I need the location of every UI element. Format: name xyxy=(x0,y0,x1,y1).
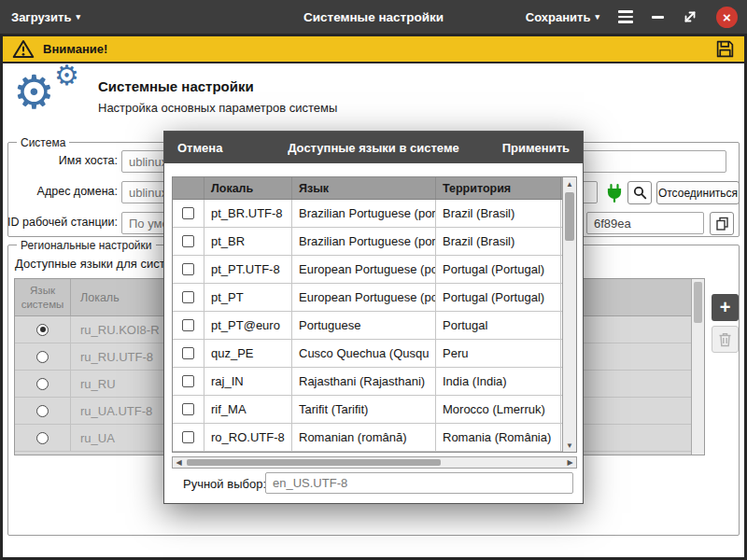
locale-checkbox[interactable] xyxy=(182,291,194,303)
territory-cell: Morocco (Lmerruk) xyxy=(436,396,561,423)
territory-cell: Portugal xyxy=(436,312,561,339)
locale-checkbox[interactable] xyxy=(182,319,194,331)
territory-cell: Romania (România) xyxy=(436,424,561,451)
domain-label: Адрес домена: xyxy=(6,185,118,198)
territory-cell: Brazil (Brasil) xyxy=(436,200,561,227)
locale-checkbox[interactable] xyxy=(182,263,194,275)
locale-cell: pt_BR xyxy=(204,228,292,255)
available-languages-dialog: Отмена Доступные языки в системе Примени… xyxy=(163,131,584,504)
system-language-radio[interactable] xyxy=(36,324,49,336)
workstation-id-label: ID рабочей станции: xyxy=(6,216,118,229)
apply-button[interactable]: Применить xyxy=(502,132,570,163)
delete-language-button[interactable] xyxy=(712,326,739,353)
modal-table-row[interactable]: pt_PT@euroPortuguesePortugal xyxy=(173,312,576,340)
gear-icon: ⚙ xyxy=(13,69,55,116)
disconnect-button[interactable]: Отсоединиться xyxy=(656,181,740,204)
scroll-up-arrow-icon[interactable]: ▲ xyxy=(563,177,576,190)
page-title: Системные настройки xyxy=(98,78,254,94)
chevron-down-icon: ▾ xyxy=(595,13,599,21)
vertical-scrollbar[interactable]: ▲ ▼ xyxy=(562,177,576,452)
locale-checkbox[interactable] xyxy=(182,235,194,247)
warning-text: Внимание! xyxy=(43,42,107,56)
scroll-down-arrow-icon[interactable]: ▼ xyxy=(563,439,576,452)
system-language-radio[interactable] xyxy=(36,405,49,417)
locale-checkbox[interactable] xyxy=(182,207,194,219)
radio-cell xyxy=(15,425,71,451)
checkbox-cell xyxy=(173,424,204,451)
locale-cell: raj_IN xyxy=(204,368,292,395)
copy-icon xyxy=(715,217,729,231)
language-cell: Cusco Quechua (Qusqu xyxy=(292,340,436,367)
languages-table-header: Локаль Язык Территория xyxy=(173,177,576,200)
regional-group-legend: Региональные настройки xyxy=(17,239,156,252)
add-language-button[interactable]: + xyxy=(712,294,739,321)
save-file-button[interactable] xyxy=(715,39,735,59)
column-header-checkbox xyxy=(173,177,204,199)
connection-plug-icon xyxy=(603,182,626,204)
language-cell: Rajasthani (Rajasthani) xyxy=(292,368,436,395)
copy-button[interactable] xyxy=(710,212,734,235)
scroll-right-arrow-icon[interactable]: ▶ xyxy=(564,457,576,468)
checkbox-cell xyxy=(173,340,204,367)
locale-checkbox[interactable] xyxy=(182,431,194,443)
system-language-radio[interactable] xyxy=(36,432,49,444)
locale-cell: rif_MA xyxy=(204,396,292,423)
modal-table-row[interactable]: quz_PECusco Quechua (QusquPeru xyxy=(173,340,576,368)
languages-table: Локаль Язык Территория pt_BR.UTF-8Brazil… xyxy=(172,176,577,453)
locale-checkbox[interactable] xyxy=(182,375,194,387)
menu-icon[interactable] xyxy=(618,10,633,23)
maximize-icon[interactable] xyxy=(683,9,698,24)
save-button[interactable]: Сохранить ▾ xyxy=(526,10,599,24)
modal-table-row[interactable]: raj_INRajasthani (Rajasthani)India (Indi… xyxy=(173,368,576,396)
checkbox-cell xyxy=(173,200,204,227)
language-cell: Brazilian Portuguese (por xyxy=(292,228,436,255)
minimize-button[interactable] xyxy=(652,16,664,19)
locale-cell: pt_PT@euro xyxy=(204,312,292,339)
territory-cell: Portugal (Portugal) xyxy=(436,256,561,283)
checkbox-cell xyxy=(173,256,204,283)
locale-checkbox[interactable] xyxy=(182,347,194,359)
system-language-radio[interactable] xyxy=(36,378,49,390)
search-button[interactable] xyxy=(627,181,652,204)
modal-table-row[interactable]: pt_BR.UTF-8Brazilian Portuguese (porBraz… xyxy=(173,200,576,228)
modal-table-row[interactable]: ro_RO.UTF-8Romanian (română)Romania (Rom… xyxy=(173,424,576,452)
system-language-radio[interactable] xyxy=(36,351,49,363)
column-header-language: Язык xyxy=(292,177,436,199)
app-window: Загрузить ▾ Системные настройки Сохранит… xyxy=(0,0,747,560)
checkbox-cell xyxy=(173,284,204,311)
language-cell: Tarifit (Tarifit) xyxy=(292,396,436,423)
checkbox-cell xyxy=(173,312,204,339)
scrollbar-thumb[interactable] xyxy=(565,192,574,241)
save-button-label: Сохранить xyxy=(526,10,591,24)
radio-cell xyxy=(15,371,71,397)
checkbox-cell xyxy=(173,368,204,395)
locale-cell: ro_RO.UTF-8 xyxy=(204,424,292,451)
locale-checkbox[interactable] xyxy=(182,403,194,415)
modal-table-row[interactable]: pt_BRBrazilian Portuguese (porBrazil (Br… xyxy=(173,228,576,256)
system-group-legend: Система xyxy=(17,136,69,149)
scrollbar-thumb[interactable] xyxy=(187,459,441,466)
hostname-label: Имя хоста: xyxy=(6,154,118,167)
language-cell: Romanian (română) xyxy=(292,424,436,451)
modal-table-row[interactable]: pt_PTEuropean Portuguese (poPortugal (Po… xyxy=(173,284,576,312)
territory-cell: Peru xyxy=(436,340,561,367)
scrollbar-thumb[interactable] xyxy=(694,282,702,323)
locale-cell: pt_PT.UTF-8 xyxy=(204,256,292,283)
search-icon xyxy=(633,186,647,200)
column-header-locale: Локаль xyxy=(204,177,292,199)
locale-cell: pt_BR.UTF-8 xyxy=(204,200,292,227)
modal-table-row[interactable]: pt_PT.UTF-8European Portuguese (poPortug… xyxy=(173,256,576,284)
close-button[interactable]: × xyxy=(716,7,738,28)
modal-table-row[interactable]: rif_MATarifit (Tarifit)Morocco (Lmerruk) xyxy=(173,396,576,424)
warning-icon xyxy=(12,39,35,59)
territory-cell: India (India) xyxy=(436,368,561,395)
gear-icon: ⚙ xyxy=(54,62,79,90)
radio-cell xyxy=(15,316,71,343)
titlebar: Загрузить ▾ Системные настройки Сохранит… xyxy=(0,0,747,34)
regional-table-scrollbar[interactable] xyxy=(691,279,704,455)
horizontal-scrollbar[interactable]: ◀ ▶ xyxy=(172,456,577,469)
checkbox-cell xyxy=(173,228,204,255)
radio-cell xyxy=(15,343,71,370)
scroll-left-arrow-icon[interactable]: ◀ xyxy=(173,457,185,468)
manual-selection-input[interactable] xyxy=(265,472,573,494)
